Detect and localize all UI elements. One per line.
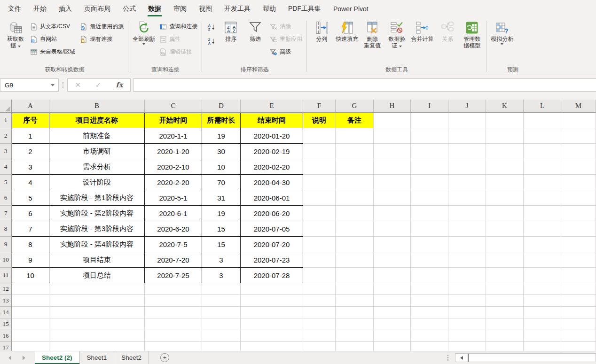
cell-M8[interactable] bbox=[561, 221, 596, 237]
advanced-filter-button[interactable]: 高级 bbox=[267, 46, 305, 58]
cell-E6[interactable]: 2020-06-01 bbox=[241, 190, 303, 206]
cell-J11[interactable] bbox=[448, 268, 486, 283]
cell-M6[interactable] bbox=[561, 190, 596, 206]
cell-B16[interactable] bbox=[49, 330, 145, 342]
from-text-csv-button[interactable]: 从文本/CSV bbox=[28, 20, 78, 33]
cell-M16[interactable] bbox=[561, 330, 596, 342]
cell-K7[interactable] bbox=[486, 206, 524, 221]
cell-G12[interactable] bbox=[336, 283, 374, 295]
horizontal-scrollbar[interactable] bbox=[455, 353, 596, 362]
cell-A17[interactable] bbox=[12, 342, 49, 351]
cell-L1[interactable] bbox=[524, 113, 561, 128]
prev-sheet-icon[interactable] bbox=[8, 356, 11, 360]
cell-L7[interactable] bbox=[524, 206, 561, 221]
add-sheet-button[interactable]: + bbox=[160, 353, 169, 362]
cell-L8[interactable] bbox=[524, 221, 561, 237]
cell-F11[interactable] bbox=[303, 268, 336, 283]
ribbon-tab[interactable]: 插入 bbox=[53, 0, 78, 18]
row-header-10[interactable]: 10 bbox=[0, 252, 12, 268]
recent-sources-button[interactable]: 最近使用的源 bbox=[78, 20, 126, 33]
cell-A9[interactable]: 8 bbox=[12, 237, 49, 252]
cell-L4[interactable] bbox=[524, 159, 561, 175]
cell-J9[interactable] bbox=[448, 237, 486, 252]
cell-D6[interactable]: 31 bbox=[202, 190, 241, 206]
row-header-12[interactable]: 12 bbox=[0, 283, 12, 295]
cell-B6[interactable]: 实施阶段 - 第1阶段内容 bbox=[49, 190, 145, 206]
filter-button[interactable]: 筛选 bbox=[243, 19, 267, 42]
cell-H4[interactable] bbox=[374, 159, 411, 175]
text-to-columns-button[interactable]: 分列 bbox=[309, 19, 334, 42]
cell-J6[interactable] bbox=[448, 190, 486, 206]
cell-E4[interactable]: 2020-02-20 bbox=[241, 159, 303, 175]
cell-D4[interactable]: 10 bbox=[202, 159, 241, 175]
cell-I3[interactable] bbox=[411, 144, 448, 159]
cell-D10[interactable]: 3 bbox=[202, 252, 241, 268]
remove-duplicates-button[interactable]: 删除 重复值 bbox=[360, 19, 384, 49]
cell-F15[interactable] bbox=[303, 318, 336, 330]
sort-button[interactable]: Z A A Z 排序 bbox=[219, 19, 243, 42]
cell-B5[interactable]: 设计阶段 bbox=[49, 175, 145, 190]
relationships-button[interactable]: 关系 bbox=[435, 19, 460, 42]
clear-filter-button[interactable]: 清除 bbox=[267, 20, 305, 33]
cell-L17[interactable] bbox=[524, 342, 561, 351]
cell-C1[interactable]: 开始时间 bbox=[145, 113, 202, 128]
column-header-M[interactable]: M bbox=[561, 100, 596, 113]
cell-E7[interactable]: 2020-06-20 bbox=[241, 206, 303, 221]
cell-F9[interactable] bbox=[303, 237, 336, 252]
cell-M13[interactable] bbox=[561, 295, 596, 307]
cell-F3[interactable] bbox=[303, 144, 336, 159]
cell-C3[interactable]: 2020-1-20 bbox=[145, 144, 202, 159]
cell-A10[interactable]: 9 bbox=[12, 252, 49, 268]
cell-E12[interactable] bbox=[241, 283, 303, 295]
cell-F7[interactable] bbox=[303, 206, 336, 221]
cell-E5[interactable]: 2020-04-30 bbox=[241, 175, 303, 190]
from-web-button[interactable]: 自网站 bbox=[28, 33, 78, 46]
cell-L13[interactable] bbox=[524, 295, 561, 307]
cell-D5[interactable]: 70 bbox=[202, 175, 241, 190]
ribbon-tab[interactable]: Power Pivot bbox=[327, 0, 375, 18]
next-sheet-icon[interactable] bbox=[23, 356, 25, 360]
cell-D13[interactable] bbox=[202, 295, 241, 307]
cell-B13[interactable] bbox=[49, 295, 145, 307]
cell-F10[interactable] bbox=[303, 252, 336, 268]
cell-G16[interactable] bbox=[336, 330, 374, 342]
cell-B1[interactable]: 项目进度名称 bbox=[49, 113, 145, 128]
cell-G4[interactable] bbox=[336, 159, 374, 175]
row-header-11[interactable]: 11 bbox=[0, 268, 12, 283]
ribbon-tab[interactable]: 帮助 bbox=[257, 0, 282, 18]
cell-B17[interactable] bbox=[49, 342, 145, 351]
cell-A16[interactable] bbox=[12, 330, 49, 342]
cell-K6[interactable] bbox=[486, 190, 524, 206]
cell-H11[interactable] bbox=[374, 268, 411, 283]
row-header-9[interactable]: 9 bbox=[0, 237, 12, 252]
ribbon-tab[interactable]: 页面布局 bbox=[78, 0, 117, 18]
cell-F2[interactable] bbox=[303, 128, 336, 144]
scrollbar-thumb[interactable] bbox=[469, 354, 596, 362]
cell-D15[interactable] bbox=[202, 318, 241, 330]
row-header-3[interactable]: 3 bbox=[0, 144, 12, 159]
cell-J3[interactable] bbox=[448, 144, 486, 159]
cell-B14[interactable] bbox=[49, 307, 145, 318]
cell-H1[interactable] bbox=[374, 113, 411, 128]
properties-button[interactable]: 属性 bbox=[157, 33, 200, 46]
name-box[interactable]: G9 bbox=[0, 78, 59, 92]
queries-connections-button[interactable]: 查询和连接 bbox=[157, 20, 200, 33]
cell-A7[interactable]: 6 bbox=[12, 206, 49, 221]
cell-K1[interactable] bbox=[486, 113, 524, 128]
cell-I14[interactable] bbox=[411, 307, 448, 318]
cell-H6[interactable] bbox=[374, 190, 411, 206]
cell-K9[interactable] bbox=[486, 237, 524, 252]
cell-M4[interactable] bbox=[561, 159, 596, 175]
cell-M3[interactable] bbox=[561, 144, 596, 159]
ribbon-tab[interactable]: 开始 bbox=[27, 0, 53, 18]
cell-C13[interactable] bbox=[145, 295, 202, 307]
data-validation-button[interactable]: 数据验 证 bbox=[384, 19, 409, 49]
cell-L14[interactable] bbox=[524, 307, 561, 318]
ribbon-tab[interactable]: 审阅 bbox=[167, 0, 193, 18]
cell-A11[interactable]: 10 bbox=[12, 268, 49, 283]
row-header-4[interactable]: 4 bbox=[0, 159, 12, 175]
cell-G10[interactable] bbox=[336, 252, 374, 268]
cell-I6[interactable] bbox=[411, 190, 448, 206]
cell-M17[interactable] bbox=[561, 342, 596, 351]
cell-A14[interactable] bbox=[12, 307, 49, 318]
